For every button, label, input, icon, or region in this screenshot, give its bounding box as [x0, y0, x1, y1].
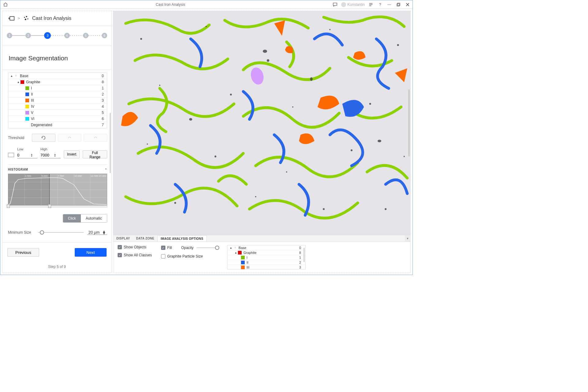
svg-point-16	[292, 106, 293, 107]
help-icon[interactable]: ?	[377, 2, 383, 8]
chevron-up-icon[interactable]: ▲	[9, 74, 14, 77]
previous-button[interactable]: Previous	[7, 248, 39, 257]
menu-icon[interactable]	[368, 2, 374, 8]
svg-point-24	[255, 196, 256, 197]
low-input[interactable]: ▲▼	[17, 152, 37, 158]
low-label: Low	[17, 147, 37, 151]
tree-row-base[interactable]: ▲ ↑ Base 0	[8, 73, 107, 79]
invert-button[interactable]: Invert	[64, 150, 80, 158]
panel-dropdown-icon[interactable]: ▼	[405, 235, 410, 242]
step-1[interactable]: 1	[7, 33, 12, 38]
image-viewer[interactable]	[113, 11, 410, 235]
opacity-slider[interactable]	[197, 245, 218, 251]
svg-point-10	[205, 26, 207, 27]
svg-point-5	[25, 19, 26, 20]
svg-point-21	[351, 149, 352, 151]
undo-button[interactable]	[32, 134, 55, 142]
svg-point-25	[323, 208, 325, 210]
btree-II[interactable]: II2	[228, 260, 305, 265]
tree-row-V[interactable]: V5	[8, 110, 107, 116]
btree-III[interactable]: III3	[228, 265, 305, 270]
analysis-icon	[23, 15, 29, 21]
particle-size-checkbox[interactable]	[161, 254, 165, 258]
opacity-label: Opacity	[181, 246, 194, 250]
tree-row-degenerated[interactable]: Degenerated7	[8, 122, 107, 128]
chevron-up-icon: ⌃	[105, 168, 107, 171]
undo-step-button[interactable]	[58, 134, 81, 142]
step-4[interactable]: 4	[64, 33, 70, 38]
btree-graphite[interactable]: ▲Graphite8	[228, 250, 305, 255]
breadcrumb-title: Cast Iron Analysis	[32, 16, 71, 21]
back-icon[interactable]	[9, 15, 15, 21]
tree-row-IV[interactable]: IV4	[8, 104, 107, 110]
svg-point-27	[263, 50, 267, 53]
window-title: Cast Iron Analysis	[9, 2, 332, 7]
tree-row-VI[interactable]: VI6	[8, 116, 107, 122]
step-counter: Step 5 of 9	[7, 265, 107, 269]
svg-point-14	[159, 85, 160, 86]
tree-row-graphite[interactable]: ▲ Graphite 8	[8, 79, 107, 85]
close-icon[interactable]	[405, 2, 411, 8]
svg-point-19	[214, 156, 216, 157]
bottom-tabs: DISPLAY DATA ZONE IMAGE ANALYSIS OPTIONS…	[113, 235, 410, 242]
show-all-classes-checkbox[interactable]: ✓	[118, 253, 122, 257]
step-5[interactable]: 5	[83, 33, 89, 38]
tab-image-analysis-options[interactable]: IMAGE ANALYSIS OPTIONS	[157, 235, 207, 242]
mode-toggle[interactable]: Click Automatic	[63, 214, 107, 223]
minimize-icon[interactable]: —	[386, 2, 392, 8]
svg-point-23	[174, 202, 176, 204]
arrow-up-icon: ↑	[14, 74, 18, 77]
maximize-icon[interactable]	[395, 2, 401, 8]
tree-row-I[interactable]: I1	[8, 85, 107, 91]
home-icon[interactable]	[2, 1, 9, 8]
sidebar: > Cast Iron Analysis 1 2 3 4 5 6 Image S…	[2, 11, 112, 273]
svg-point-22	[404, 156, 405, 157]
comment-icon[interactable]	[332, 2, 338, 8]
range-icon	[8, 153, 14, 157]
svg-point-4	[26, 16, 27, 17]
svg-point-29	[310, 77, 313, 81]
titlebar: Cast Iron Analysis Konstantin ? —	[0, 0, 413, 9]
svg-rect-1	[398, 3, 400, 6]
svg-point-9	[140, 38, 142, 40]
svg-point-11	[267, 59, 269, 62]
svg-point-13	[397, 44, 399, 46]
svg-point-6	[27, 18, 28, 19]
step-6[interactable]: 6	[102, 33, 107, 38]
svg-point-30	[378, 140, 381, 142]
svg-rect-0	[397, 4, 399, 6]
section-title: Image Segmentation	[9, 55, 105, 62]
tab-data-zone[interactable]: DATA ZONE	[133, 235, 157, 242]
bottom-panel: ✓Show Objects ✓Show All Classes ✓Fill Op…	[113, 242, 410, 273]
tab-display[interactable]: DISPLAY	[113, 235, 133, 242]
svg-point-15	[230, 94, 232, 96]
min-size-input[interactable]: 20 µm ▲▼	[87, 230, 107, 235]
full-range-button[interactable]: Full Range	[83, 150, 107, 158]
mode-automatic[interactable]: Automatic	[81, 214, 107, 222]
btree-base[interactable]: ▲↑Base0	[228, 245, 305, 250]
btree-I[interactable]: I1	[228, 255, 305, 260]
step-2[interactable]: 2	[25, 33, 31, 38]
svg-point-20	[286, 171, 287, 172]
chevron-up-icon[interactable]: ▲	[16, 81, 21, 84]
user-badge[interactable]: Konstantin	[341, 2, 365, 7]
redo-button[interactable]	[84, 134, 107, 142]
step-3[interactable]: 3	[44, 32, 51, 39]
svg-point-3	[24, 17, 25, 18]
svg-point-17	[369, 103, 371, 105]
tree-row-II[interactable]: II2	[8, 91, 107, 97]
tree-row-III[interactable]: III3	[8, 97, 107, 104]
histogram-header[interactable]: HISTOGRAM ⌃	[8, 168, 107, 171]
fill-checkbox[interactable]: ✓	[161, 246, 165, 250]
bottom-class-tree: ▲↑Base0 ▲Graphite8 I1 II2 III3 IV4	[227, 245, 306, 270]
histogram-range-slider[interactable]	[8, 205, 107, 207]
user-name: Konstantin	[347, 2, 365, 7]
mode-click[interactable]: Click	[63, 214, 81, 222]
show-objects-checkbox[interactable]: ✓	[118, 245, 122, 249]
high-input[interactable]: ▲▼	[40, 152, 61, 158]
next-button[interactable]: Next	[75, 248, 107, 257]
min-size-slider[interactable]	[38, 229, 84, 236]
min-size-label: Minimum Size	[8, 230, 34, 235]
svg-point-28	[189, 118, 192, 121]
histogram-panel[interactable]: 2.500 5.000 7.500 10.000 12.500 15.000	[8, 174, 107, 205]
